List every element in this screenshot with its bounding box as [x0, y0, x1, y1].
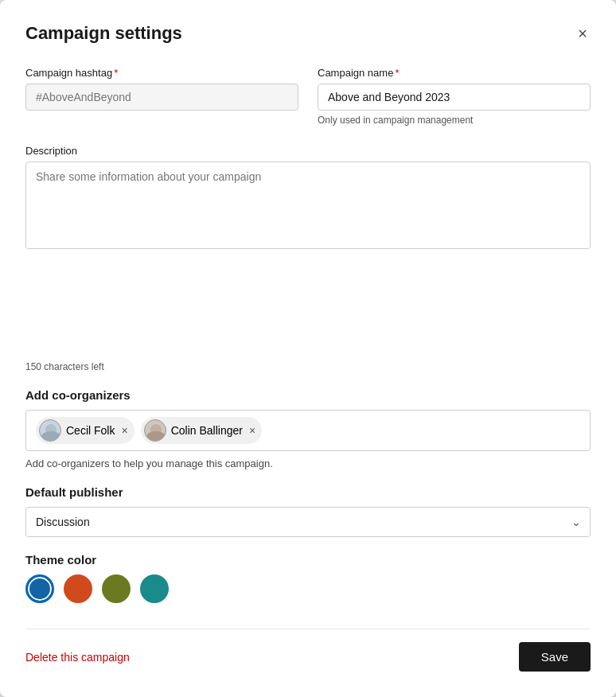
organizer-tag-cf: Cecil Folk × — [36, 417, 135, 444]
publisher-select-wrap: Discussion Post Article ⌄ — [25, 507, 591, 537]
avatar-cb — [144, 419, 166, 442]
theme-color-section: Theme color — [25, 553, 591, 603]
color-swatch-blue[interactable] — [25, 574, 54, 603]
hashtag-group: Campaign hashtag* — [25, 67, 298, 126]
campaign-name-hint: Only used in campaign management — [318, 115, 591, 126]
modal-title: Campaign settings — [25, 23, 182, 44]
remove-cb-button[interactable]: × — [249, 425, 255, 436]
close-button[interactable]: × — [575, 22, 591, 45]
description-textarea-wrap — [25, 162, 591, 252]
co-organizers-box[interactable]: Cecil Folk × Colin Ballinger × — [25, 410, 591, 451]
hashtag-name-row: Campaign hashtag* Campaign name* Only us… — [25, 67, 591, 126]
description-group: Description — [25, 145, 591, 358]
theme-color-title: Theme color — [25, 553, 591, 567]
campaign-name-input[interactable] — [318, 84, 591, 111]
campaign-name-required-star: * — [395, 67, 399, 79]
hashtag-label: Campaign hashtag* — [25, 67, 298, 79]
co-organizers-hint: Add co-organizers to help you manage thi… — [25, 458, 591, 469]
char-count: 150 characters left — [25, 361, 591, 372]
delete-campaign-button[interactable]: Delete this campaign — [25, 651, 130, 664]
organizer-name-cf: Cecil Folk — [66, 424, 115, 437]
organizer-name-cb: Colin Ballinger — [171, 424, 243, 437]
campaign-name-group: Campaign name* Only used in campaign man… — [318, 67, 591, 126]
hashtag-input[interactable] — [25, 84, 298, 111]
default-publisher-title: Default publisher — [25, 485, 591, 499]
avatar-cf — [39, 419, 61, 442]
description-label: Description — [25, 145, 591, 157]
color-swatches — [25, 574, 591, 603]
publisher-select[interactable]: Discussion Post Article — [25, 507, 591, 537]
modal-header: Campaign settings × — [25, 22, 591, 45]
color-swatch-orange[interactable] — [64, 574, 92, 603]
description-textarea[interactable] — [25, 162, 591, 249]
modal-footer: Delete this campaign Save — [25, 629, 591, 672]
remove-cf-button[interactable]: × — [121, 425, 127, 436]
color-swatch-teal[interactable] — [140, 574, 169, 603]
campaign-name-label: Campaign name* — [318, 67, 591, 79]
save-button[interactable]: Save — [519, 642, 591, 672]
hashtag-required-star: * — [114, 67, 118, 79]
co-organizers-title: Add co-organizers — [25, 388, 591, 402]
campaign-settings-modal: Campaign settings × Campaign hashtag* Ca… — [0, 0, 616, 697]
organizer-tag-cb: Colin Ballinger × — [141, 417, 262, 444]
color-swatch-olive[interactable] — [102, 574, 131, 603]
